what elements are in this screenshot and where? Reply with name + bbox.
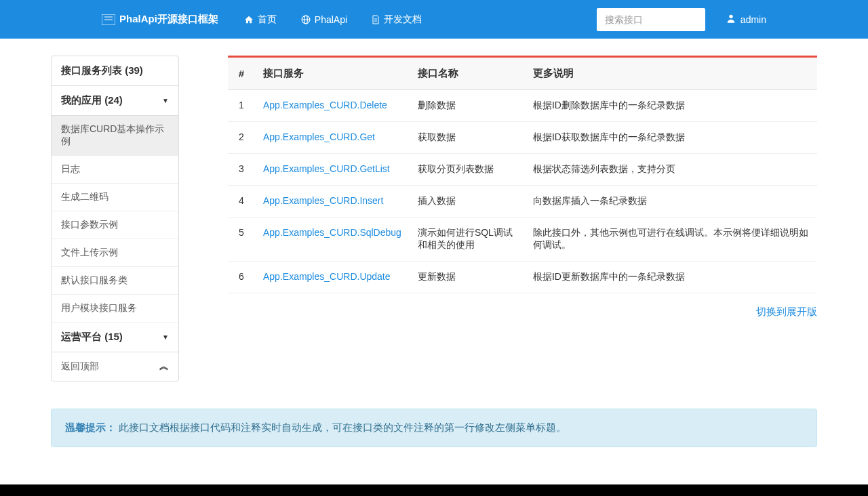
th-service: 接口服务 — [255, 58, 410, 90]
th-num: # — [228, 58, 255, 90]
sidebar-item-qrcode[interactable]: 生成二维码 — [52, 184, 178, 211]
caret-down-icon: ▼ — [162, 333, 169, 341]
sidebar-item-default[interactable]: 默认接口服务类 — [52, 267, 178, 295]
svg-point-8 — [729, 15, 732, 18]
service-link[interactable]: App.Examples_CURD.Insert — [263, 195, 383, 206]
table-row: 5 App.Examples_CURD.SqlDebug 演示如何进行SQL调试… — [228, 218, 817, 262]
back-to-top[interactable]: 返回顶部 ︽ — [52, 352, 178, 381]
sidebar-title: 接口服务列表 (39) — [52, 56, 178, 86]
cell-num: 1 — [228, 90, 255, 122]
search-box — [597, 8, 705, 31]
cell-desc: 根据状态筛选列表数据，支持分页 — [525, 154, 817, 186]
brand-text: PhalApi开源接口框架 — [119, 13, 218, 26]
nav-phalapi[interactable]: PhalApi — [289, 14, 359, 25]
footer: PhalApi 开源接口框架 接口，从简单开始！ © 2015-2020 Pow… — [0, 484, 868, 496]
cell-name: 获取分页列表数据 — [410, 154, 525, 186]
brand[interactable]: PhalApi开源接口框架 — [102, 13, 218, 26]
service-link[interactable]: App.Examples_CURD.SqlDebug — [263, 227, 401, 238]
nav-docs[interactable]: 开发文档 — [359, 14, 434, 26]
cell-name: 获取数据 — [410, 122, 525, 154]
sidebar-item-user[interactable]: 用户模块接口服务 — [52, 295, 178, 323]
tip-label: 温馨提示： — [65, 421, 116, 433]
table-row: 2 App.Examples_CURD.Get 获取数据 根据ID获取数据库中的… — [228, 122, 817, 154]
th-desc: 更多说明 — [525, 58, 817, 90]
sidebar-group-platform[interactable]: 运营平台 (15) ▼ — [52, 323, 178, 352]
cell-desc: 根据ID获取数据库中的一条纪录数据 — [525, 122, 817, 154]
home-icon — [244, 15, 254, 24]
chevron-up-icon: ︽ — [159, 360, 169, 373]
caret-down-icon: ▼ — [162, 97, 169, 104]
doc-icon — [372, 15, 380, 24]
service-link[interactable]: App.Examples_CURD.Delete — [263, 100, 387, 110]
sidebar: 接口服务列表 (39) 我的应用 (24) ▼ 数据库CURD基本操作示例 日志… — [51, 56, 179, 381]
cell-desc: 根据ID删除数据库中的一条纪录数据 — [525, 90, 817, 122]
content: # 接口服务 接口名称 更多说明 1 App.Examples_CURD.Del… — [228, 56, 817, 381]
cell-num: 5 — [228, 218, 255, 262]
cell-name: 删除数据 — [410, 90, 525, 122]
user-name: admin — [741, 14, 766, 25]
cell-num: 6 — [228, 262, 255, 293]
switch-view-link[interactable]: 切换到展开版 — [756, 306, 817, 317]
table-row: 6 App.Examples_CURD.Update 更新数据 根据ID更新数据… — [228, 262, 817, 293]
cell-name: 演示如何进行SQL调试和相关的使用 — [410, 218, 525, 262]
sidebar-item-params[interactable]: 接口参数示例 — [52, 211, 178, 239]
service-link[interactable]: App.Examples_CURD.Update — [263, 271, 391, 282]
user-menu[interactable]: admin — [726, 13, 766, 26]
cell-num: 2 — [228, 122, 255, 154]
tip-text: 此接口文档根据接口代码和注释实时自动生成，可在接口类的文件注释的第一行修改左侧菜… — [119, 421, 566, 433]
service-link[interactable]: App.Examples_CURD.Get — [263, 131, 375, 142]
table-row: 1 App.Examples_CURD.Delete 删除数据 根据ID删除数据… — [228, 90, 817, 122]
sidebar-item-log[interactable]: 日志 — [52, 156, 178, 184]
cell-desc: 根据ID更新数据库中的一条纪录数据 — [525, 262, 817, 293]
cell-num: 4 — [228, 186, 255, 218]
navbar: PhalApi开源接口框架 首页 PhalApi 开发文档 admin — [0, 0, 868, 39]
switch-view: 切换到展开版 — [228, 306, 817, 318]
sidebar-item-curd[interactable]: 数据库CURD基本操作示例 — [52, 116, 178, 156]
sidebar-item-upload[interactable]: 文件上传示例 — [52, 239, 178, 267]
cell-desc: 除此接口外，其他示例也可进行在线调试。本示例将便详细说明如何调试。 — [525, 218, 817, 262]
service-link[interactable]: App.Examples_CURD.GetList — [263, 163, 390, 174]
cell-name: 插入数据 — [410, 186, 525, 218]
user-icon — [726, 13, 736, 26]
search-input[interactable] — [597, 8, 705, 31]
nav-links: 首页 PhalApi 开发文档 — [232, 14, 434, 26]
cell-num: 3 — [228, 154, 255, 186]
brand-icon — [102, 13, 115, 26]
cell-desc: 向数据库插入一条纪录数据 — [525, 186, 817, 218]
cell-name: 更新数据 — [410, 262, 525, 293]
nav-home[interactable]: 首页 — [232, 14, 289, 26]
sidebar-group-myapp[interactable]: 我的应用 (24) ▼ — [52, 86, 178, 116]
th-name: 接口名称 — [410, 58, 525, 90]
table-row: 4 App.Examples_CURD.Insert 插入数据 向数据库插入一条… — [228, 186, 817, 218]
api-table: # 接口服务 接口名称 更多说明 1 App.Examples_CURD.Del… — [228, 58, 817, 293]
tip-alert: 温馨提示： 此接口文档根据接口代码和注释实时自动生成，可在接口类的文件注释的第一… — [51, 409, 817, 447]
table-row: 3 App.Examples_CURD.GetList 获取分页列表数据 根据状… — [228, 154, 817, 186]
globe-icon — [301, 15, 311, 24]
